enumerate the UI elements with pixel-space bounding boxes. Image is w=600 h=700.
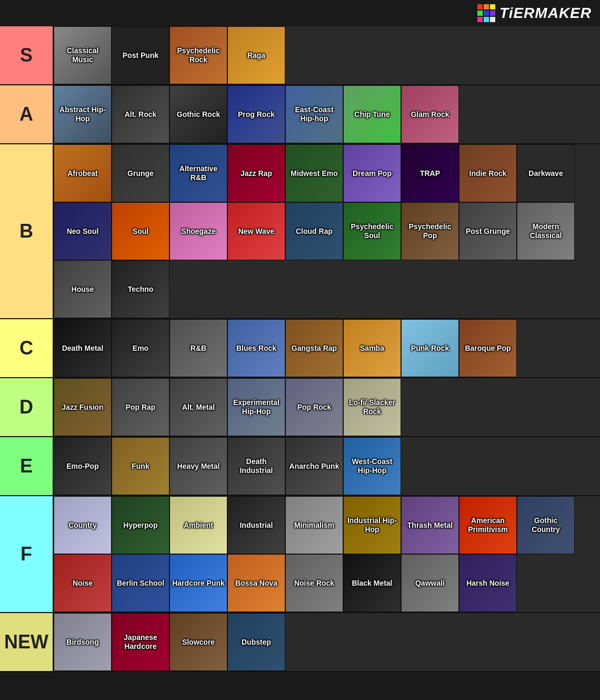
logo-cell [484, 11, 489, 16]
genre-label: Japanese Hardcore [112, 614, 169, 671]
genre-tile[interactable]: Death Industrial [227, 437, 285, 495]
genre-tile[interactable]: West-Coast Hip-Hop [343, 437, 401, 495]
genre-tile[interactable]: Heavy Metal [169, 437, 227, 495]
genre-tile[interactable]: Soul [112, 202, 169, 260]
genre-tile[interactable]: Post Punk [112, 26, 169, 84]
genre-tile[interactable]: Japanese Hardcore [112, 613, 169, 671]
genre-tile[interactable]: Thrash Metal [401, 496, 459, 554]
genre-label: Punk Rock [402, 320, 458, 377]
genre-label: Experimental Hip-Hop [228, 379, 285, 436]
genre-tile[interactable]: Dubstep [227, 613, 285, 671]
genre-tile[interactable]: Ambient [169, 496, 227, 554]
genre-tile[interactable]: Cloud Rap [285, 202, 343, 260]
genre-tile[interactable]: Noise Rock [285, 554, 343, 612]
genre-tile[interactable]: Punk Rock [401, 319, 459, 377]
genre-label: Bossa Nova [228, 555, 285, 612]
genre-tile[interactable]: Pop Rap [112, 378, 169, 436]
genre-tile[interactable]: Funk [112, 437, 169, 495]
genre-tile[interactable]: Emo-Pop [54, 437, 112, 495]
genre-tile[interactable]: Industrial [227, 496, 285, 554]
genre-tile[interactable]: Hardcore Punk [169, 554, 227, 612]
genre-tile[interactable]: Slowcore [169, 613, 227, 671]
genre-tile[interactable]: Emo [112, 319, 169, 377]
genre-tile[interactable]: Minimalism [285, 496, 343, 554]
genre-tile[interactable]: Blues Rock [227, 319, 285, 377]
genre-tile[interactable]: Pop Rock [285, 378, 343, 436]
genre-label: Minimalism [286, 497, 343, 554]
genre-tile[interactable]: Anarcho Punk [285, 437, 343, 495]
genre-tile[interactable]: Dream Pop [343, 144, 401, 202]
genre-tile[interactable]: Noise [54, 554, 112, 612]
genre-tile[interactable]: Gangsta Rap [285, 319, 343, 377]
genre-tile[interactable]: Harsh Noise [459, 554, 517, 612]
genre-tile[interactable]: Berlin School [112, 554, 169, 612]
genre-tile[interactable]: Hyperpop [112, 496, 169, 554]
genre-tile[interactable]: Black Metal [343, 554, 401, 612]
genre-tile[interactable]: Lo-fi/ Slacker Rock [343, 378, 401, 436]
genre-label: House [54, 261, 111, 318]
genre-tile[interactable]: Indie Rock [459, 144, 517, 202]
genre-tile[interactable]: R&B [169, 319, 227, 377]
genre-tile[interactable]: Qawwali [401, 554, 459, 612]
genre-tile[interactable]: Alternative R&B [169, 144, 227, 202]
genre-tile[interactable]: Darkwave [517, 144, 575, 202]
genre-tile[interactable]: Modern Classical [517, 202, 575, 260]
genre-tile[interactable]: Bossa Nova [227, 554, 285, 612]
tier-label-a: A [0, 85, 53, 143]
genre-tile[interactable]: Alt. Rock [112, 85, 169, 143]
genre-label: Qawwali [402, 555, 458, 612]
genre-tile[interactable]: Chip Tune [343, 85, 401, 143]
genre-tile[interactable]: Jazz Fusion [54, 378, 112, 436]
genre-tile[interactable]: House [54, 260, 112, 318]
genre-tile[interactable]: Abstract Hip-Hop [54, 85, 112, 143]
genre-tile[interactable]: Birdsong [54, 613, 112, 671]
genre-label: Techno [112, 261, 169, 318]
genre-label: East-Coast Hip-hop [286, 86, 343, 143]
genre-tile[interactable]: Baroque Pop [459, 319, 517, 377]
genre-label: Lo-fi/ Slacker Rock [344, 379, 401, 436]
genre-tile[interactable]: Samba [343, 319, 401, 377]
genre-label: Country [54, 497, 111, 554]
genre-tile[interactable]: Country [54, 496, 112, 554]
genre-tile[interactable]: Alt. Metal [169, 378, 227, 436]
tier-label-f: F [0, 496, 53, 612]
genre-tile[interactable]: TRAP [401, 144, 459, 202]
genre-tile[interactable]: Prog Rock [227, 85, 285, 143]
genre-tile[interactable]: Psychedelic Pop [401, 202, 459, 260]
genre-tile[interactable]: Grunge [112, 144, 169, 202]
genre-tile[interactable]: Classical Music [54, 26, 112, 84]
logo-cell [490, 11, 495, 16]
genre-tile[interactable]: Jazz Rap [227, 144, 285, 202]
genre-tile[interactable]: Psychedelic Soul [343, 202, 401, 260]
genre-tile[interactable]: Gothic Rock [169, 85, 227, 143]
tier-label-new: NEW [0, 613, 53, 671]
genre-label: Ambient [170, 497, 227, 554]
genre-label: Psychedelic Pop [402, 203, 458, 260]
genre-tile[interactable]: Glam Rock [401, 85, 459, 143]
app-container: TiERMAKER SClassical MusicPost PunkPsych… [0, 0, 600, 672]
genre-tile[interactable]: Experimental Hip-Hop [227, 378, 285, 436]
logo-cell [484, 4, 489, 9]
genre-label: Harsh Noise [459, 555, 516, 612]
tier-label-c: C [0, 319, 53, 377]
genre-tile[interactable]: Industrial Hip-Hop [343, 496, 401, 554]
genre-tile[interactable]: Gothic Country [517, 496, 575, 554]
tier-label-b: B [0, 144, 53, 318]
genre-tile[interactable]: Raga [227, 26, 285, 84]
genre-label: Jazz Rap [228, 145, 285, 202]
genre-label: Berlin School [112, 555, 169, 612]
genre-tile[interactable]: Shoegaze [169, 202, 227, 260]
genre-tile[interactable]: Techno [112, 260, 169, 318]
tier-items-f: CountryHyperpopAmbientIndustrialMinimali… [53, 496, 600, 612]
genre-tile[interactable]: Death Metal [54, 319, 112, 377]
genre-label: Shoegaze [170, 203, 227, 260]
genre-label: Post Punk [112, 27, 169, 84]
genre-tile[interactable]: Post Grunge [459, 202, 517, 260]
genre-tile[interactable]: American Primitivism [459, 496, 517, 554]
genre-tile[interactable]: East-Coast Hip-hop [285, 85, 343, 143]
genre-tile[interactable]: New Wave [227, 202, 285, 260]
genre-tile[interactable]: Afrobeat [54, 144, 112, 202]
genre-tile[interactable]: Psychedelic Rock [169, 26, 227, 84]
genre-tile[interactable]: Neo Soul [54, 202, 112, 260]
genre-tile[interactable]: Midwest Emo [285, 144, 343, 202]
